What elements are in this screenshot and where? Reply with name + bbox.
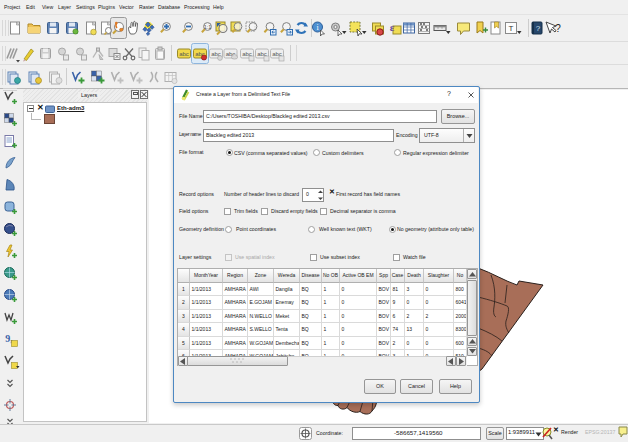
svg-text:1:1: 1:1 (204, 24, 212, 30)
svg-text:T: T (509, 24, 514, 33)
svg-text:?: ? (555, 23, 561, 34)
svg-text:abc: abc (179, 51, 189, 57)
svg-text:?: ? (536, 24, 541, 33)
svg-text:ε: ε (390, 21, 395, 33)
